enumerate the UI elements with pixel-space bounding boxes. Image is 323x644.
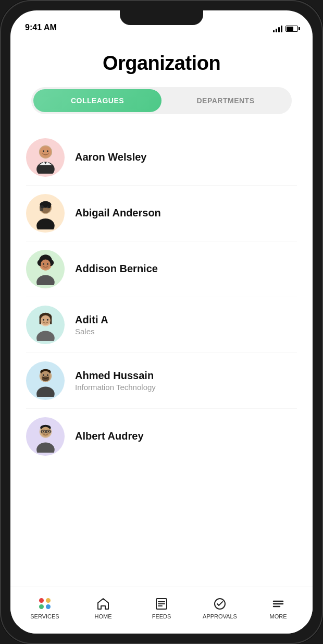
colleague-info: Aaron Welsley bbox=[75, 151, 297, 164]
services-icon bbox=[38, 597, 52, 611]
approvals-icon bbox=[213, 597, 227, 611]
colleague-name: Addison Bernice bbox=[75, 263, 297, 275]
colleague-name: Ahmed Hussain bbox=[75, 370, 297, 382]
colleague-list: Aaron Welsley bbox=[10, 130, 313, 464]
list-item[interactable]: Albert Audrey bbox=[26, 409, 297, 464]
home-label: HOME bbox=[95, 613, 112, 619]
phone-frame: 9:41 AM Organization COLLEAGUES DE bbox=[0, 0, 323, 644]
status-icons bbox=[273, 25, 298, 33]
svg-point-15 bbox=[36, 275, 55, 285]
svg-point-29 bbox=[41, 315, 51, 325]
home-icon bbox=[96, 597, 110, 611]
page-title: Organization bbox=[10, 42, 313, 87]
nav-home[interactable]: HOME bbox=[74, 597, 132, 619]
feeds-label: FEEDS bbox=[152, 613, 171, 619]
svg-rect-13 bbox=[40, 205, 43, 211]
feeds-icon bbox=[154, 597, 169, 611]
bottom-nav: SERVICES HOME bbox=[10, 587, 313, 634]
nav-feeds[interactable]: FEEDS bbox=[132, 597, 191, 619]
svg-point-49 bbox=[47, 431, 48, 432]
nav-services[interactable]: SERVICES bbox=[16, 597, 74, 619]
list-item[interactable]: Aaron Welsley bbox=[26, 130, 297, 186]
colleague-info: Aditi A Sales bbox=[75, 314, 297, 336]
svg-point-2 bbox=[40, 146, 51, 157]
tab-toggle: COLLEAGUES DEPARTMENTS bbox=[31, 87, 292, 114]
colleague-info: Addison Bernice bbox=[75, 263, 297, 276]
list-item[interactable]: Aditi A Sales bbox=[26, 297, 297, 353]
list-item[interactable]: Abigail Anderson bbox=[26, 186, 297, 241]
services-label: SERVICES bbox=[30, 613, 59, 619]
phone-screen: 9:41 AM Organization COLLEAGUES DE bbox=[10, 10, 313, 634]
avatar bbox=[26, 138, 65, 177]
svg-point-23 bbox=[46, 263, 48, 264]
svg-point-22 bbox=[42, 263, 44, 264]
avatar bbox=[26, 194, 65, 233]
avatar bbox=[26, 306, 65, 344]
svg-point-40 bbox=[36, 442, 55, 453]
svg-point-31 bbox=[46, 319, 48, 320]
svg-point-1 bbox=[36, 162, 55, 174]
svg-point-25 bbox=[36, 331, 55, 341]
tab-departments[interactable]: DEPARTMENTS bbox=[162, 89, 290, 112]
svg-point-30 bbox=[42, 319, 44, 320]
main-content: Organization COLLEAGUES DEPARTMENTS bbox=[10, 37, 313, 587]
svg-point-37 bbox=[46, 374, 48, 375]
svg-point-48 bbox=[43, 431, 44, 432]
svg-point-36 bbox=[42, 374, 44, 375]
notch bbox=[120, 10, 203, 25]
colleague-department: Sales bbox=[75, 327, 297, 336]
more-label: MORE bbox=[270, 613, 287, 619]
tab-colleagues[interactable]: COLLEAGUES bbox=[33, 89, 162, 112]
svg-point-4 bbox=[46, 150, 48, 152]
more-icon bbox=[271, 597, 285, 611]
battery-icon bbox=[285, 26, 298, 32]
colleague-info: Ahmed Hussain Information Technology bbox=[75, 370, 297, 392]
svg-point-12 bbox=[46, 206, 48, 208]
list-item[interactable]: Ahmed Hussain Information Technology bbox=[26, 353, 297, 409]
colleague-name: Abigail Anderson bbox=[75, 207, 297, 219]
nav-more[interactable]: MORE bbox=[249, 597, 307, 619]
colleague-info: Abigail Anderson bbox=[75, 207, 297, 220]
colleague-name: Aditi A bbox=[75, 314, 297, 326]
avatar bbox=[26, 417, 65, 456]
avatar bbox=[26, 250, 65, 288]
svg-point-3 bbox=[42, 150, 44, 152]
svg-point-21 bbox=[41, 259, 51, 269]
signal-icon bbox=[273, 25, 282, 32]
list-item[interactable]: Addison Bernice bbox=[26, 241, 297, 297]
colleague-info: Albert Audrey bbox=[75, 430, 297, 443]
approvals-label: APPROVALS bbox=[203, 613, 237, 619]
nav-approvals[interactable]: APPROVALS bbox=[191, 597, 249, 619]
colleague-department: Information Technology bbox=[75, 383, 297, 392]
svg-point-6 bbox=[36, 218, 55, 229]
status-time: 9:41 AM bbox=[25, 23, 57, 33]
avatar bbox=[26, 361, 65, 400]
svg-point-33 bbox=[36, 386, 55, 397]
colleague-name: Albert Audrey bbox=[75, 430, 297, 442]
colleague-name: Aaron Welsley bbox=[75, 151, 297, 163]
